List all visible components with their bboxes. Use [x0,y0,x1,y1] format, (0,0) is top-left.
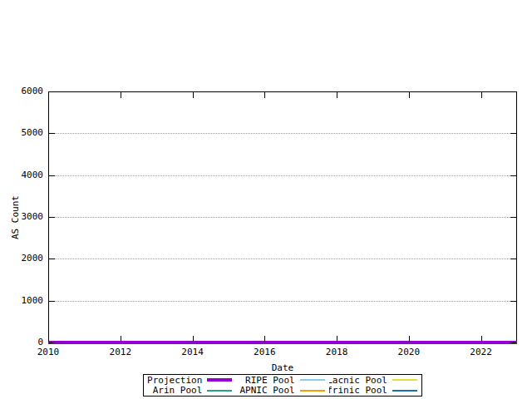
chart-canvas: { "window": { "width": 640, "height": 48… [0,0,532,399]
plot-area [48,91,517,342]
y-tick-mark [510,175,516,176]
legend-label: Projection [147,375,202,386]
x-tick-label: 2010 [30,347,66,357]
gridline [49,259,516,259]
x-tick-mark [264,92,265,98]
x-tick-label: 2022 [463,347,500,357]
x-tick-mark [121,92,121,98]
y-tick-mark [510,91,516,92]
y-tick-label: 6000 [7,86,43,96]
x-tick-mark [481,336,482,342]
x-tick-label: 2012 [102,347,139,357]
x-tick-mark [193,336,194,342]
legend: ProjectionRIPE PoolLacnic PoolArin PoolA… [143,374,422,397]
x-tick-label: 2014 [175,347,211,357]
legend-entry: RIPE Pool [236,375,328,386]
legend-label: RIPE Pool [245,375,295,386]
legend-line-sample [207,378,232,382]
series-line-projection [48,341,517,344]
x-tick-mark [48,92,49,98]
legend-line-sample [207,390,232,392]
legend-label: Arin Pool [153,386,203,397]
x-tick-mark [193,92,194,98]
x-tick-label: 2020 [391,347,427,357]
x-tick-mark [481,92,482,98]
legend-label: APNIC Pool [239,386,294,397]
legend-label: Afrinic Pool [329,386,387,397]
gridline [49,133,516,134]
legend-entry: Lacnic Pool [329,375,421,386]
x-tick-label: 2016 [246,347,283,357]
y-axis-label: AS Count [10,189,21,247]
legend-label: Lacnic Pool [329,375,387,386]
legend-entry: APNIC Pool [236,386,328,397]
x-tick-mark [121,336,121,342]
legend-entry: Arin Pool [144,386,236,397]
gridline [49,217,516,218]
y-tick-mark [510,133,516,134]
y-tick-mark [49,301,55,302]
x-tick-mark [337,336,337,342]
gridline [49,175,516,176]
y-tick-label: 5000 [7,128,43,138]
legend-line-sample [392,379,417,381]
y-tick-mark [49,91,55,92]
y-tick-mark [49,133,55,134]
x-tick-mark [264,336,265,342]
y-tick-mark [510,259,516,259]
y-tick-label: 2000 [7,254,43,264]
legend-entry: Projection [144,375,236,386]
gridline [49,301,516,302]
legend-line-sample [392,390,417,392]
x-tick-mark [48,336,49,342]
y-tick-label: 4000 [7,170,43,180]
x-tick-mark [337,92,337,98]
y-tick-mark [510,217,516,218]
y-tick-mark [49,175,55,176]
x-tick-label: 2018 [318,347,355,357]
x-tick-mark [409,336,410,342]
legend-entry: Afrinic Pool [329,386,421,397]
y-tick-mark [510,301,516,302]
x-axis-label: Date [143,362,422,373]
y-tick-mark [49,259,55,259]
y-tick-mark [49,217,55,218]
legend-line-sample [300,390,325,392]
x-tick-mark [409,92,410,98]
legend-line-sample [300,379,325,381]
y-tick-mark [49,342,55,343]
y-tick-mark [510,342,516,343]
y-tick-label: 1000 [7,296,43,306]
